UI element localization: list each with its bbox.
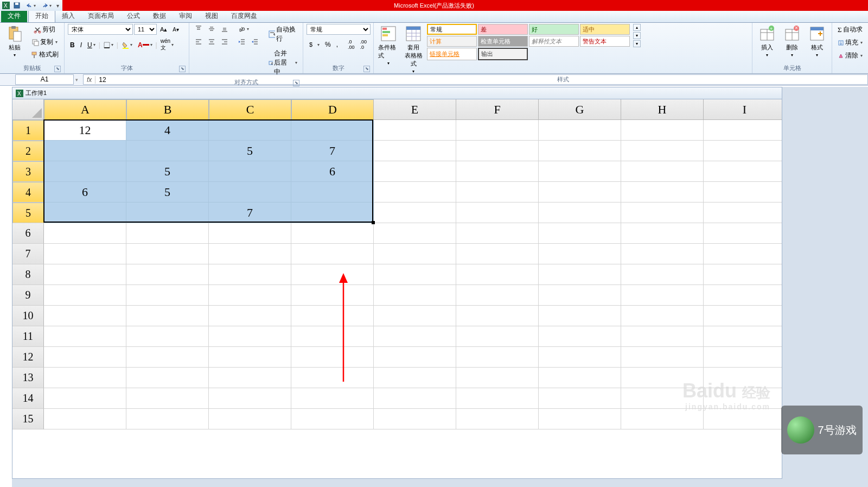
cell-D3[interactable]: 6 — [291, 161, 374, 182]
cell-C6[interactable] — [209, 223, 291, 244]
tab-review[interactable]: 审阅 — [173, 10, 199, 22]
cell-G12[interactable] — [539, 347, 621, 368]
cell-B5[interactable] — [126, 203, 209, 223]
cell-G13[interactable] — [539, 368, 621, 388]
row-header-13[interactable]: 13 — [12, 368, 44, 388]
cell-G6[interactable] — [539, 223, 621, 244]
cell-D10[interactable] — [291, 306, 374, 326]
cell-H7[interactable] — [621, 244, 704, 264]
cell-E6[interactable] — [374, 223, 456, 244]
copy-button[interactable]: 复制 — [28, 36, 61, 48]
row-header-10[interactable]: 10 — [12, 306, 44, 326]
cell-F8[interactable] — [456, 264, 539, 285]
autosum-button[interactable]: Σ自动求 — [835, 24, 865, 35]
cell-C14[interactable] — [209, 388, 291, 409]
increase-indent-button[interactable] — [249, 37, 261, 47]
row-header-4[interactable]: 4 — [12, 182, 44, 203]
format-cells-button[interactable]: 格式▾ — [806, 24, 828, 59]
styles-more[interactable]: ▾ — [633, 40, 641, 47]
cell-I2[interactable] — [704, 141, 782, 161]
cell-I5[interactable] — [704, 203, 782, 223]
cell-C1[interactable] — [209, 120, 291, 141]
cell-G5[interactable] — [539, 203, 621, 223]
cell-F13[interactable] — [456, 368, 539, 388]
cell-G9[interactable] — [539, 285, 621, 306]
cell-E12[interactable] — [374, 347, 456, 368]
cell-H11[interactable] — [621, 326, 704, 347]
bold-button[interactable]: B — [68, 40, 77, 50]
increase-font-button[interactable]: A▴ — [158, 25, 169, 34]
cell-F14[interactable] — [456, 388, 539, 409]
paste-button[interactable]: 粘贴 ▾ — [3, 24, 26, 59]
align-left-button[interactable] — [193, 37, 205, 47]
cell-A11[interactable] — [44, 326, 126, 347]
cell-B1[interactable]: 4 — [126, 120, 209, 141]
styles-scroll-down[interactable]: ▾ — [633, 32, 641, 39]
cell-G11[interactable] — [539, 326, 621, 347]
decrease-decimal-button[interactable]: .00.0 — [358, 38, 369, 51]
style-normal[interactable]: 常规 — [427, 24, 477, 35]
col-header-C[interactable]: C — [209, 99, 291, 120]
cell-A13[interactable] — [44, 368, 126, 388]
cell-A15[interactable] — [44, 409, 126, 429]
cell-H8[interactable] — [621, 264, 704, 285]
cell-F2[interactable] — [456, 141, 539, 161]
cell-D4[interactable] — [291, 182, 374, 203]
cell-C3[interactable] — [209, 161, 291, 182]
merge-center-button[interactable]: a合并后居中 — [266, 48, 299, 78]
cell-F10[interactable] — [456, 306, 539, 326]
cell-E14[interactable] — [374, 388, 456, 409]
row-header-14[interactable]: 14 — [12, 388, 44, 409]
cell-H14[interactable] — [621, 388, 704, 409]
tab-insert[interactable]: 插入 — [55, 10, 81, 22]
font-name-select[interactable]: 宋体 — [68, 24, 133, 35]
phonetic-button[interactable]: wén文 — [158, 37, 176, 53]
cell-I3[interactable] — [704, 161, 782, 182]
row-header-6[interactable]: 6 — [12, 223, 44, 244]
cell-H1[interactable] — [621, 120, 704, 141]
style-check-cell[interactable]: 检查单元格 — [478, 36, 528, 47]
cell-I6[interactable] — [704, 223, 782, 244]
cell-I14[interactable] — [704, 388, 782, 409]
style-calc[interactable]: 计算 — [427, 36, 477, 47]
cell-C4[interactable] — [209, 182, 291, 203]
row-header-9[interactable]: 9 — [12, 285, 44, 306]
cell-B3[interactable]: 5 — [126, 161, 209, 182]
cell-E1[interactable] — [374, 120, 456, 141]
cell-D15[interactable] — [291, 409, 374, 429]
col-header-B[interactable]: B — [126, 99, 209, 120]
style-output[interactable]: 输出 — [478, 48, 528, 60]
fill-button[interactable]: 填充 — [835, 37, 865, 48]
cell-D12[interactable] — [291, 347, 374, 368]
cell-H12[interactable] — [621, 347, 704, 368]
cell-B4[interactable]: 5 — [126, 182, 209, 203]
cell-D5[interactable] — [291, 203, 374, 223]
cell-H10[interactable] — [621, 306, 704, 326]
align-center-button[interactable] — [206, 37, 218, 47]
cell-I11[interactable] — [704, 326, 782, 347]
fill-color-button[interactable] — [119, 40, 135, 50]
row-header-1[interactable]: 1 — [12, 120, 44, 141]
cell-I10[interactable] — [704, 306, 782, 326]
cell-A12[interactable] — [44, 347, 126, 368]
comma-button[interactable]: , — [334, 40, 340, 49]
orientation-button[interactable]: ab — [236, 24, 251, 34]
name-box-dropdown[interactable]: ▾ — [74, 77, 80, 83]
fill-handle[interactable] — [372, 221, 375, 224]
undo-button[interactable] — [24, 2, 38, 9]
cell-G1[interactable] — [539, 120, 621, 141]
wrap-text-button[interactable]: 自动换行 — [266, 24, 299, 45]
cell-B8[interactable] — [126, 264, 209, 285]
cell-I15[interactable] — [704, 409, 782, 429]
tab-baidu[interactable]: 百度网盘 — [225, 10, 264, 22]
cell-D14[interactable] — [291, 388, 374, 409]
tab-file[interactable]: 文件 — [1, 10, 27, 22]
cell-I4[interactable] — [704, 182, 782, 203]
col-header-F[interactable]: F — [456, 99, 539, 120]
styles-scroll-up[interactable]: ▴ — [633, 24, 641, 31]
cell-B12[interactable] — [126, 347, 209, 368]
row-header-3[interactable]: 3 — [12, 161, 44, 182]
style-explanatory[interactable]: 解释性文本 — [529, 36, 579, 47]
cell-F12[interactable] — [456, 347, 539, 368]
redo-button[interactable] — [40, 2, 54, 9]
